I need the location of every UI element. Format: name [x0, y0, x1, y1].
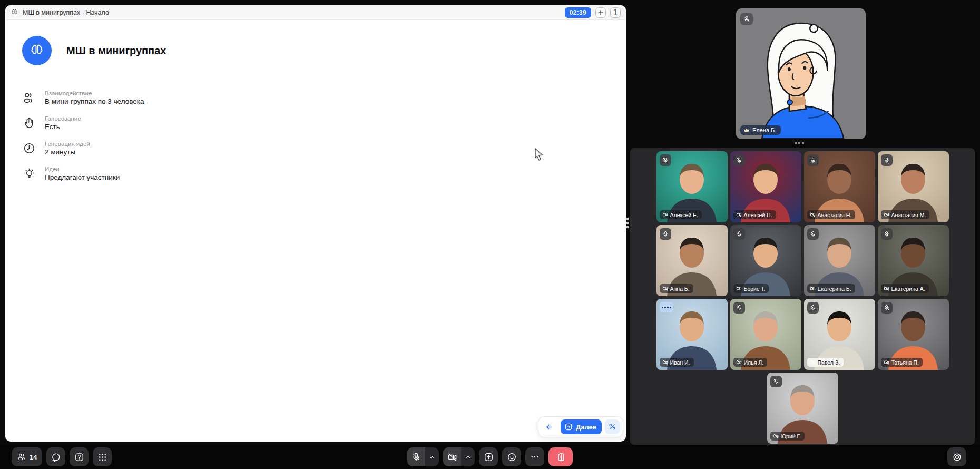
detail-value: Есть — [45, 122, 81, 132]
participant-name-badge: Анастасия М. — [881, 210, 930, 219]
camera-button[interactable] — [443, 447, 461, 466]
participant-tile[interactable]: Екатерина А. — [878, 225, 949, 296]
detail-idea-time: Генерация идей 2 минуты — [21, 140, 144, 157]
detail-label: Генерация идей — [45, 140, 90, 148]
participant-tile[interactable]: Анастасия Н. — [804, 151, 875, 222]
chat-icon — [51, 452, 61, 462]
participants-button[interactable]: 14 — [12, 447, 42, 466]
mic-muted-icon — [881, 154, 893, 166]
camera-split-button[interactable] — [443, 447, 475, 466]
mic-muted-icon — [881, 302, 893, 314]
participant-tile[interactable]: Борис Т. — [730, 225, 801, 296]
reactions-icon — [507, 452, 517, 462]
participant-name-badge: Екатерина А. — [881, 284, 929, 293]
camera-options-button[interactable] — [461, 447, 475, 466]
next-button-label: Далее — [576, 423, 596, 431]
camera-off-icon — [736, 212, 742, 218]
participant-name: Екатерина Б. — [818, 286, 851, 292]
timer-badge: 02:39 — [565, 7, 591, 18]
people-icon — [21, 91, 37, 105]
mic-muted-icon — [807, 302, 819, 314]
activity-brain-icon — [22, 36, 52, 65]
participant-tile[interactable]: Екатерина Б. — [804, 225, 875, 296]
chevron-up-icon — [465, 454, 472, 461]
participant-name: Татьяна П. — [891, 359, 919, 366]
camera-off-icon — [884, 286, 889, 291]
participant-name: Алексей П. — [744, 212, 772, 218]
participant-name: Екатерина А. — [891, 286, 925, 292]
participant-name-badge: Борис Т. — [733, 284, 769, 293]
bottom-toolbar: 14 — [0, 445, 980, 469]
detail-label: Взаимодействие — [45, 90, 144, 97]
shuffle-groups-button[interactable] — [605, 419, 620, 434]
participant-tile[interactable]: Илья Л. — [730, 299, 801, 370]
lightbulb-icon — [21, 167, 37, 180]
camera-off-icon — [662, 359, 668, 365]
participant-name: Алексей Е. — [670, 212, 698, 218]
mic-muted-icon — [881, 228, 893, 240]
stage-participant-name: Елена Б. — [752, 127, 776, 133]
participant-tile[interactable]: Алексей П. — [730, 151, 801, 222]
brain-icon — [11, 8, 18, 16]
detail-value: 2 минуты — [45, 148, 90, 157]
participant-tile[interactable]: Иван И. — [656, 299, 728, 370]
detail-value: Предлагают участники — [45, 173, 120, 182]
record-button[interactable] — [947, 447, 966, 466]
participant-tile[interactable]: Анастасия М. — [878, 151, 949, 222]
camera-off-icon — [810, 212, 816, 218]
back-button[interactable] — [542, 419, 557, 434]
detail-voting: Голосование Есть — [21, 115, 144, 132]
questions-button[interactable] — [70, 447, 89, 466]
question-icon — [74, 452, 84, 462]
mic-muted-icon — [807, 154, 819, 166]
more-options-button[interactable] — [525, 447, 544, 466]
leave-meeting-button[interactable] — [548, 447, 573, 466]
participant-tile[interactable]: Алексей Е. — [656, 151, 728, 222]
clock-icon — [21, 142, 37, 155]
chevron-up-icon — [429, 454, 436, 461]
participant-tile[interactable]: Анна Б. — [656, 225, 728, 296]
share-icon — [484, 452, 494, 462]
next-button[interactable]: Далее — [561, 419, 602, 434]
activity-panel: МШ в минигруппах · Начало 02:39 1 МШ в м… — [5, 5, 626, 442]
microphone-split-button[interactable] — [407, 447, 439, 466]
chat-button[interactable] — [46, 447, 65, 466]
microphone-options-button[interactable] — [425, 447, 439, 466]
stage-video-tile[interactable]: Елена Б. — [736, 8, 866, 139]
page-number-button[interactable]: 1 — [610, 7, 621, 18]
camera-off-icon — [736, 286, 742, 291]
tile-more-button[interactable] — [660, 302, 673, 312]
camera-off-icon — [736, 359, 742, 365]
participant-name: Анастасия Н. — [818, 212, 852, 218]
participant-name-badge: Екатерина Б. — [807, 284, 855, 293]
participant-tile[interactable]: Юрий Г. — [767, 373, 838, 444]
participant-name-badge: Татьяна П. — [881, 358, 923, 367]
activity-title: МШ в минигруппах — [66, 45, 166, 57]
detail-interaction: Взаимодействие В мини-группах по 3 челов… — [21, 90, 144, 106]
panel-resize-handle[interactable] — [626, 218, 629, 228]
camera-off-icon — [773, 433, 779, 439]
reactions-button[interactable] — [502, 447, 521, 466]
participant-name: Анастасия М. — [891, 212, 926, 218]
mic-muted-icon — [733, 154, 745, 166]
shuffle-icon — [608, 423, 616, 431]
participant-name: Иван И. — [670, 359, 690, 366]
add-slide-button[interactable] — [595, 7, 606, 18]
microphone-button[interactable] — [407, 447, 425, 466]
apps-button[interactable] — [93, 447, 112, 466]
share-screen-button[interactable] — [479, 447, 498, 466]
participant-name-badge: Анна Б. — [660, 284, 693, 293]
more-icon — [530, 452, 540, 462]
stage-resize-handle[interactable] — [795, 142, 804, 144]
participant-name-badge: Анастасия Н. — [807, 210, 856, 219]
participant-name-badge: Илья Л. — [733, 358, 768, 367]
activity-panel-header: МШ в минигруппах · Начало 02:39 1 — [5, 5, 626, 20]
camera-off-icon — [447, 452, 457, 462]
camera-off-icon — [884, 212, 889, 218]
participant-tile[interactable]: Павел З. — [804, 299, 875, 370]
participant-tile[interactable]: Татьяна П. — [878, 299, 949, 370]
participant-name-badge: Юрий Г. — [770, 432, 805, 441]
participant-name: Борис Т. — [744, 286, 766, 292]
apps-icon — [98, 453, 107, 462]
participants-count: 14 — [30, 453, 37, 461]
